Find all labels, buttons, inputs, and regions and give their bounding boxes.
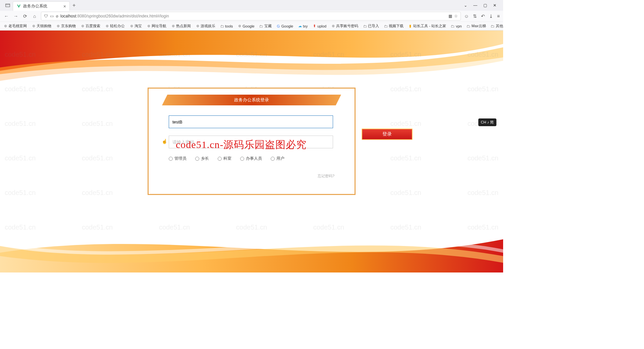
bookmark-item[interactable]: ⊕轻松办公 xyxy=(105,23,125,29)
account-icon[interactable]: ☺ xyxy=(464,13,469,19)
bookmark-item[interactable]: ☁txy xyxy=(298,24,308,28)
new-tab-button[interactable]: + xyxy=(70,2,78,8)
browser-chrome: 政务办公系统 × + ⌄ — ▢ ✕ ← → ⟳ ⌂ 🛡 ▭ ⊘ localho… xyxy=(0,0,503,31)
role-radio-dept[interactable]: 科室 xyxy=(218,156,231,161)
password-input[interactable] xyxy=(169,136,333,148)
folder-icon: 🗀 xyxy=(363,24,367,28)
bookmark-item[interactable]: ⊕老毛桃官网 xyxy=(3,23,27,29)
login-header: 政务办公系统登录 xyxy=(162,95,341,105)
svg-rect-0 xyxy=(6,4,10,7)
library-icon[interactable]: ⤓ xyxy=(489,13,493,19)
bookmark-star-icon[interactable]: ☆ xyxy=(454,14,458,18)
globe-icon: ⊕ xyxy=(56,24,60,28)
login-form: 管理员 乡长 科室 办事人员 用户 忘记密码? xyxy=(149,105,355,182)
bookmark-item[interactable]: ⊕网址导航 xyxy=(147,23,166,29)
tab-list-toggle[interactable] xyxy=(3,3,13,8)
globe-icon: ⊕ xyxy=(147,24,151,28)
role-radio-staff[interactable]: 办事人员 xyxy=(240,156,262,161)
url-bar[interactable]: 🛡 ▭ ⊘ localhost:8080/springboot260dw/adm… xyxy=(41,12,461,20)
role-radio-user[interactable]: 用户 xyxy=(271,156,284,161)
bookmark-item[interactable]: ⊕京东购物 xyxy=(56,23,76,29)
extensions-icon[interactable]: ⇅ xyxy=(473,13,477,19)
bookmarks-bar: ⊕老毛桃官网 ⊕天猫购物 ⊕京东购物 ⊕百度搜索 ⊕轻松办公 ⊕淘宝 ⊕网址导航… xyxy=(0,21,503,30)
bookmark-item[interactable]: 🗀视频下载 xyxy=(384,23,404,29)
bookmark-item[interactable]: ▮站长工具 - 站长之家 xyxy=(408,23,446,29)
decorative-wave-top xyxy=(0,31,503,88)
bookmark-item[interactable]: 🗀宝藏 xyxy=(259,23,272,29)
reader-mode-icon[interactable]: ▦ xyxy=(448,14,452,18)
google-icon: G xyxy=(276,24,280,28)
window-dropdown-icon[interactable]: ⌄ xyxy=(464,3,467,8)
bookmark-item[interactable]: ⊕共享账号密码 xyxy=(331,23,358,29)
globe-icon: ⊕ xyxy=(171,24,175,28)
tab-bar: 政务办公系统 × + ⌄ — ▢ ✕ xyxy=(0,0,503,11)
nav-bar: ← → ⟳ ⌂ 🛡 ▭ ⊘ localhost:8080/springboot2… xyxy=(0,11,503,21)
bookmark-item[interactable]: ⊕淘宝 xyxy=(129,23,142,29)
bookmark-item[interactable]: 🗀Max云梯 xyxy=(467,23,486,29)
tool-icon: ▮ xyxy=(408,24,412,28)
window-minimize-button[interactable]: — xyxy=(473,3,477,8)
radio-icon xyxy=(271,157,275,161)
radio-icon xyxy=(218,157,222,161)
folder-icon: 🗀 xyxy=(467,24,471,28)
bookmark-item[interactable]: ⊕百度搜索 xyxy=(80,23,100,29)
bookmark-item[interactable]: ⊕游戏娱乐 xyxy=(196,23,215,29)
back-button[interactable]: ← xyxy=(3,13,9,19)
tab-title: 政务办公系统 xyxy=(23,3,61,9)
folder-icon: 🗀 xyxy=(220,24,224,28)
bookmark-item[interactable]: GGoogle xyxy=(276,24,293,28)
globe-icon: ⊕ xyxy=(3,24,7,28)
radio-icon xyxy=(169,157,173,161)
role-radio-group: 管理员 乡长 科室 办事人员 用户 xyxy=(169,156,334,161)
bookmark-item[interactable]: 🗀tools xyxy=(220,24,233,28)
connection-icon: ⊘ xyxy=(56,14,58,18)
globe-icon: ⊕ xyxy=(80,24,85,28)
shield-icon: 🛡 xyxy=(44,14,48,18)
toolbar-right: ☺ ⇅ ↶ ⤓ ≡ xyxy=(464,13,500,19)
folder-icon: 🗀 xyxy=(259,24,263,28)
menu-icon[interactable]: ≡ xyxy=(497,13,500,19)
bookmark-other[interactable]: 🗀其他书签 xyxy=(491,23,503,29)
reload-button[interactable]: ⟳ xyxy=(22,13,28,19)
bookmark-item[interactable]: ⊕热点新闻 xyxy=(171,23,191,29)
tab-close-button[interactable]: × xyxy=(63,4,66,9)
globe-icon: ⊕ xyxy=(331,24,335,28)
window-maximize-button[interactable]: ▢ xyxy=(483,3,487,8)
permissions-icon: ▭ xyxy=(50,14,54,18)
globe-icon: ⊕ xyxy=(105,24,109,28)
role-radio-admin[interactable]: 管理员 xyxy=(169,156,186,161)
login-card: 政务办公系统登录 管理员 乡长 科室 办事人员 用户 忘记密码? xyxy=(148,88,356,195)
username-input[interactable] xyxy=(169,115,333,128)
upload-icon: ⬆ xyxy=(312,24,316,28)
vue-favicon-icon xyxy=(16,4,21,9)
forgot-password-link[interactable]: 忘记密码? xyxy=(318,174,334,178)
radio-icon xyxy=(195,157,199,161)
globe-icon: ⊕ xyxy=(129,24,133,28)
url-text: localhost:8080/springboot260dw/admin/dis… xyxy=(60,14,169,18)
folder-icon: 🗀 xyxy=(451,24,455,28)
forward-button[interactable]: → xyxy=(13,13,19,19)
decorative-wave-bottom xyxy=(0,226,503,272)
bookmark-item[interactable]: ⊕天猫购物 xyxy=(32,23,51,29)
ime-indicator[interactable]: CH ♪ 简 xyxy=(478,118,497,126)
window-controls: ⌄ — ▢ ✕ xyxy=(464,3,500,8)
window-close-button[interactable]: ✕ xyxy=(493,3,496,8)
cloud-icon: ☁ xyxy=(298,24,302,28)
bookmark-item[interactable]: 🗀已导入 xyxy=(363,23,379,29)
folder-icon: 🗀 xyxy=(384,24,388,28)
page-content: code51.cncode51.cncode51.cncode51.cncode… xyxy=(0,31,503,272)
bookmark-item[interactable]: ⬆uplod xyxy=(312,24,326,28)
bookmark-item[interactable]: ⊕Google xyxy=(237,24,254,28)
browser-tab[interactable]: 政务办公系统 × xyxy=(13,1,70,11)
tab-list-icon xyxy=(5,3,10,8)
radio-icon xyxy=(240,157,244,161)
bookmark-item[interactable]: 🗀vpn xyxy=(451,24,462,28)
forgot-password: 忘记密码? xyxy=(169,173,334,179)
history-back-icon[interactable]: ↶ xyxy=(481,13,485,19)
role-radio-township[interactable]: 乡长 xyxy=(195,156,209,161)
globe-icon: ⊕ xyxy=(196,24,200,28)
home-button[interactable]: ⌂ xyxy=(32,13,38,19)
globe-icon: ⊕ xyxy=(32,24,36,28)
login-button[interactable]: 登录 xyxy=(362,129,413,140)
globe-icon: ⊕ xyxy=(237,24,241,28)
